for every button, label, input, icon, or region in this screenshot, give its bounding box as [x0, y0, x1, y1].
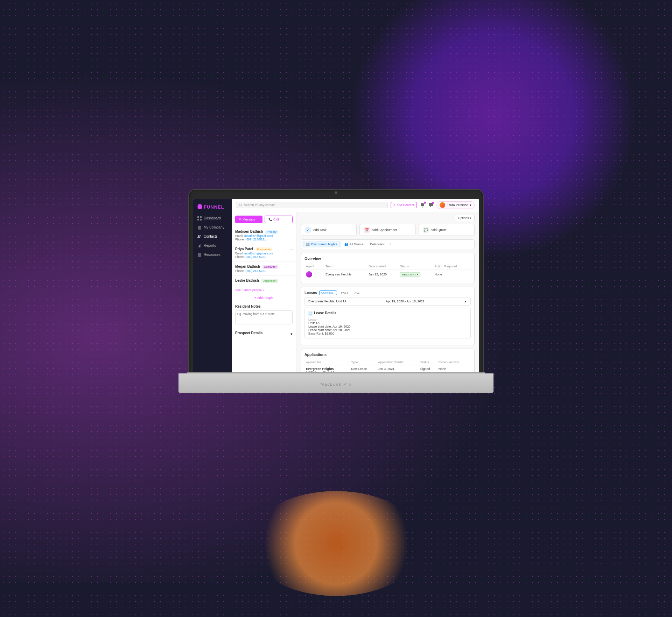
svg-rect-12 — [199, 245, 200, 247]
lease-filter-past[interactable]: PAST — [339, 290, 350, 295]
message-label: Message — [243, 218, 255, 221]
notifications-button[interactable]: 1 — [420, 202, 425, 208]
resident-notes-input[interactable] — [235, 310, 293, 324]
sidebar-item-reports[interactable]: Reports — [193, 241, 232, 250]
contact-menu-leslie[interactable]: ⋯ — [289, 279, 293, 283]
app-col-recent-activity: Recent activity — [437, 359, 471, 365]
lease-expand-icon[interactable]: ▲ — [464, 300, 467, 303]
options-bar: Options ▾ — [301, 215, 475, 221]
add-appointment-card[interactable]: 📅 Add Appointment — [359, 224, 415, 236]
phone-link-priya[interactable]: (609) 213-5221 — [245, 255, 266, 259]
svg-line-15 — [241, 206, 243, 207]
contact-menu-megan[interactable]: ⋯ — [289, 265, 293, 269]
leases-title: Leases — [304, 290, 317, 295]
contact-item-madisen: Madisen Bathish Primary Email: mbathish@… — [232, 227, 296, 244]
options-button[interactable]: Options ▾ — [455, 215, 475, 221]
col-agent: Agent — [304, 264, 324, 269]
tab-evergreen-heights-label: Evergreen Heights — [311, 243, 337, 246]
add-contact-button[interactable]: + Add Contact — [391, 202, 417, 208]
lease-start-date: Lease start date: Apr 19, 2020 — [308, 325, 467, 328]
app-logo: FUNNEL — [193, 202, 232, 214]
app-col-app-started: Application Started — [377, 359, 419, 365]
message-button[interactable]: ✉ Message — [235, 216, 262, 223]
sidebar-resources-label: Resources — [204, 253, 220, 257]
contact-phone-megan: Phone: (609) 213-5221 — [235, 269, 293, 273]
sidebar-reports-label: Reports — [204, 244, 216, 247]
topbar-actions: 1 2 Laura Peterson — [420, 201, 475, 209]
logo-text: FUNNEL — [204, 204, 224, 210]
leases-header: Leases CURRENT PAST ALL — [304, 290, 471, 295]
overview-table: Agent Team Date started Status Action Re… — [304, 264, 471, 279]
contact-menu-madisen[interactable]: ⋯ — [289, 230, 293, 234]
add-quote-card[interactable]: 💬 Add Quote — [419, 224, 475, 236]
app-col-applied-for: Applied for — [304, 359, 350, 365]
svg-point-14 — [239, 204, 241, 206]
phone-link-megan[interactable]: (609) 213-5221 — [245, 269, 266, 273]
email-link-priya[interactable]: mbathish@gmail.com — [244, 252, 273, 255]
user-menu[interactable]: Laura Peterson ▾ — [436, 201, 475, 209]
contact-email-priya: Email: mbathish@gmail.com — [235, 252, 293, 255]
tab-evergreen-heights[interactable]: 🏢 Evergreen Heights — [302, 241, 341, 247]
contact-menu-priya[interactable]: ⋯ — [289, 247, 293, 252]
sidebar-item-contacts[interactable]: Contacts — [193, 232, 232, 241]
tab-all-teams[interactable]: 👥 All Teams — [341, 241, 367, 247]
col-action-required: Action Required — [433, 264, 471, 269]
contact-item-megan: Megan Bathish Guarantor Phone: (609) 213… — [232, 262, 296, 276]
contact-name-megan: Megan Bathish Guarantor — [235, 265, 293, 268]
add-appointment-label: Add Appointment — [372, 228, 397, 232]
chevron-down-prospect-icon: ▾ — [290, 332, 293, 336]
chart-icon — [197, 244, 202, 248]
see-more-link[interactable]: See 3 more people › — [232, 286, 296, 294]
see-more-text: See 3 more people — [235, 288, 262, 292]
lease-date-range: Apr 19, 2020 - Apr 18, 2021 — [386, 300, 425, 303]
tab-beta-west-label: Beta West — [370, 243, 384, 246]
search-box[interactable]: Search for any contact — [236, 202, 388, 208]
overview-team: Evergreen Heights — [324, 269, 367, 279]
applications-title: Applications — [304, 352, 471, 357]
lease-unit: Unit: 1A — [308, 321, 467, 325]
lease-filter-all[interactable]: ALL — [352, 290, 362, 295]
lease-filter-current[interactable]: CURRENT — [319, 290, 337, 295]
lease-details-card: 📄 Lease Details Lease Unit: 1A Lease sta… — [304, 308, 471, 338]
call-label: Call — [273, 218, 279, 221]
sidebar-item-resources[interactable]: Resources — [193, 250, 232, 259]
message-icon: ✉ — [239, 218, 241, 221]
sidebar-item-dashboard[interactable]: Dashboard — [193, 214, 232, 223]
prospect-details-label: Prospect Details — [235, 331, 262, 335]
add-task-card[interactable]: ✓ Add Task — [301, 224, 357, 236]
svg-rect-6 — [200, 226, 201, 227]
add-contact-label: Add Contact — [397, 203, 414, 207]
status-badge[interactable]: RESIDENT ▾ — [400, 272, 420, 277]
contact-badge-guarantor: Guarantor — [262, 265, 278, 269]
messages-button[interactable]: 2 — [428, 202, 434, 208]
tab-beta-west[interactable]: Beta West — [366, 241, 388, 247]
chevron-right-icon: › — [263, 288, 264, 292]
laptop-screen: FUNNEL Dashboard — [193, 199, 479, 377]
bg-blob-orange — [248, 491, 424, 596]
phone-link-madisen[interactable]: (609) 213-5221 — [245, 238, 266, 241]
overview-status: RESIDENT ▾ — [398, 269, 433, 279]
col-date-started: Date started — [367, 264, 398, 269]
svg-point-16 — [422, 207, 423, 208]
lease-row: Evergreen Heights, Unit 1A Apr 19, 2020 … — [304, 297, 471, 306]
add-people-button[interactable]: + Add People — [232, 294, 296, 302]
contact-name-priya: Priya Patel Roommate — [235, 247, 293, 251]
tab-all-teams-label: All Teams — [350, 243, 363, 246]
email-link-madisen[interactable]: mbathish@gmail.com — [244, 234, 273, 238]
logo-icon — [197, 204, 202, 209]
add-tab-button[interactable]: + — [388, 242, 393, 247]
app-col-status: Status — [419, 359, 437, 365]
action-buttons: ✉ Message 📞 Call — [232, 212, 296, 227]
laptop-wrapper: FUNNEL Dashboard — [178, 190, 493, 414]
overview-agent: – — [304, 269, 324, 279]
contact-badge-roommate: Roommate — [255, 247, 272, 251]
call-button[interactable]: 📞 Call — [265, 216, 293, 223]
add-quote-label: Add Quote — [431, 228, 447, 232]
sidebar-dashboard-label: Dashboard — [204, 216, 221, 220]
sidebar-item-my-company[interactable]: My Company — [193, 223, 232, 232]
quick-actions: ✓ Add Task 📅 Add Appointment 💬 — [301, 224, 475, 236]
user-name: Laura Peterson — [447, 203, 468, 207]
prospect-details-header[interactable]: Prospect Details ▾ — [235, 331, 293, 337]
contact-badge-dependent: Dependent — [261, 279, 278, 283]
lease-info-lease-label: Lease — [308, 318, 467, 321]
